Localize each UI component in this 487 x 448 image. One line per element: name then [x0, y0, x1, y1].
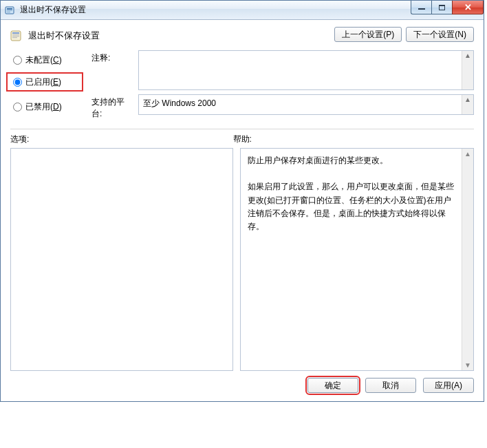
- state-radios: 未配置(C) 已启用(E) 已禁用(D): [10, 50, 79, 122]
- comment-row: 注释: ▲: [91, 50, 474, 90]
- app-icon: [5, 5, 16, 16]
- next-setting-button[interactable]: 下一个设置(N): [406, 27, 474, 42]
- svg-rect-2: [7, 10, 12, 11]
- scroll-down-icon: ▼: [464, 361, 471, 369]
- dialog-window: 退出时不保存设置 ✕ 退出时不保存设置: [0, 0, 484, 402]
- radio-disabled-label: 已禁用(D): [25, 101, 62, 113]
- cancel-button-label: 取消: [382, 380, 399, 392]
- svg-rect-8: [12, 37, 17, 38]
- radio-disabled[interactable]: 已禁用(D): [10, 100, 79, 114]
- radio-enabled-input[interactable]: [13, 78, 22, 87]
- help-content: 防止用户保存对桌面进行的某些更改。 如果启用了此设置，那么，用户可以更改桌面，但…: [241, 149, 462, 370]
- platform-field: 至少 Windows 2000: [139, 95, 462, 114]
- header-right: 上一个设置(P) 下一个设置(N): [334, 27, 474, 42]
- radio-not-configured-label: 未配置(C): [25, 54, 62, 66]
- help-scrollbar[interactable]: ▲ ▼: [462, 149, 473, 370]
- svg-rect-6: [12, 34, 19, 35]
- platform-label: 支持的平台:: [91, 94, 133, 120]
- next-setting-label: 下一个设置(N): [413, 29, 466, 41]
- titlebar: 退出时不保存设置 ✕: [1, 1, 484, 20]
- platform-field-wrap: 至少 Windows 2000 ▲: [138, 94, 474, 115]
- options-pane: [10, 148, 233, 371]
- note-column: 注释: ▲ 支持的平台: 至少 Windows 2000 ▲: [91, 50, 474, 122]
- svg-rect-5: [12, 32, 19, 34]
- help-paragraph-1: 防止用户保存对桌面进行的某些更改。: [248, 154, 455, 167]
- scroll-up-icon: ▲: [464, 150, 471, 158]
- previous-setting-label: 上一个设置(P): [342, 29, 394, 41]
- policy-title: 退出时不保存设置: [28, 30, 100, 42]
- maximize-icon: [439, 5, 445, 10]
- platform-row: 支持的平台: 至少 Windows 2000 ▲: [91, 94, 474, 120]
- platform-scrollbar[interactable]: ▲: [462, 95, 473, 114]
- comment-field[interactable]: [139, 51, 462, 89]
- window-title: 退出时不保存设置: [20, 4, 86, 16]
- comment-scrollbar[interactable]: ▲: [462, 51, 473, 89]
- svg-rect-1: [7, 8, 12, 10]
- help-pane: 防止用户保存对桌面进行的某些更改。 如果启用了此设置，那么，用户可以更改桌面，但…: [240, 148, 474, 371]
- maximize-button[interactable]: [431, 1, 452, 14]
- divider: [10, 129, 474, 129]
- header-row: 退出时不保存设置 上一个设置(P) 下一个设置(N): [10, 27, 474, 42]
- help-paragraph-2: 如果启用了此设置，那么，用户可以更改桌面，但是某些更改(如已打开窗口的位置、任务…: [248, 180, 455, 233]
- client-area: 退出时不保存设置 上一个设置(P) 下一个设置(N) 未配置(C) 已启用(E): [1, 20, 484, 401]
- close-icon: ✕: [464, 3, 472, 12]
- svg-rect-3: [7, 12, 10, 12]
- lower-labels: 选项: 帮助:: [10, 134, 474, 145]
- comment-field-wrap: ▲: [138, 50, 474, 90]
- header-left: 退出时不保存设置: [10, 27, 100, 42]
- ok-button[interactable]: 确定: [307, 378, 358, 393]
- minimize-button[interactable]: [411, 1, 431, 14]
- close-button[interactable]: ✕: [452, 1, 484, 14]
- radio-enabled-label: 已启用(E): [25, 76, 61, 88]
- svg-rect-7: [12, 36, 19, 36]
- panes: 防止用户保存对桌面进行的某些更改。 如果启用了此设置，那么，用户可以更改桌面，但…: [10, 148, 474, 371]
- config-area: 未配置(C) 已启用(E) 已禁用(D) 注释:: [10, 50, 474, 122]
- comment-label: 注释:: [91, 50, 133, 90]
- apply-button-label: 应用(A): [435, 380, 462, 392]
- enabled-highlight-box: 已启用(E): [6, 72, 83, 92]
- radio-disabled-input[interactable]: [13, 103, 22, 111]
- cancel-button[interactable]: 取消: [365, 378, 416, 393]
- policy-item-icon: [10, 30, 23, 42]
- window-controls: ✕: [411, 1, 484, 14]
- footer: 确定 取消 应用(A): [10, 378, 474, 393]
- radio-enabled[interactable]: 已启用(E): [10, 75, 79, 89]
- options-label: 选项:: [10, 134, 233, 145]
- radio-not-configured-input[interactable]: [13, 56, 22, 65]
- previous-setting-button[interactable]: 上一个设置(P): [334, 27, 402, 42]
- apply-button[interactable]: 应用(A): [423, 378, 474, 393]
- minimize-icon: [418, 8, 425, 10]
- help-label: 帮助:: [233, 134, 474, 145]
- ok-button-label: 确定: [325, 380, 341, 392]
- radio-not-configured[interactable]: 未配置(C): [10, 53, 79, 67]
